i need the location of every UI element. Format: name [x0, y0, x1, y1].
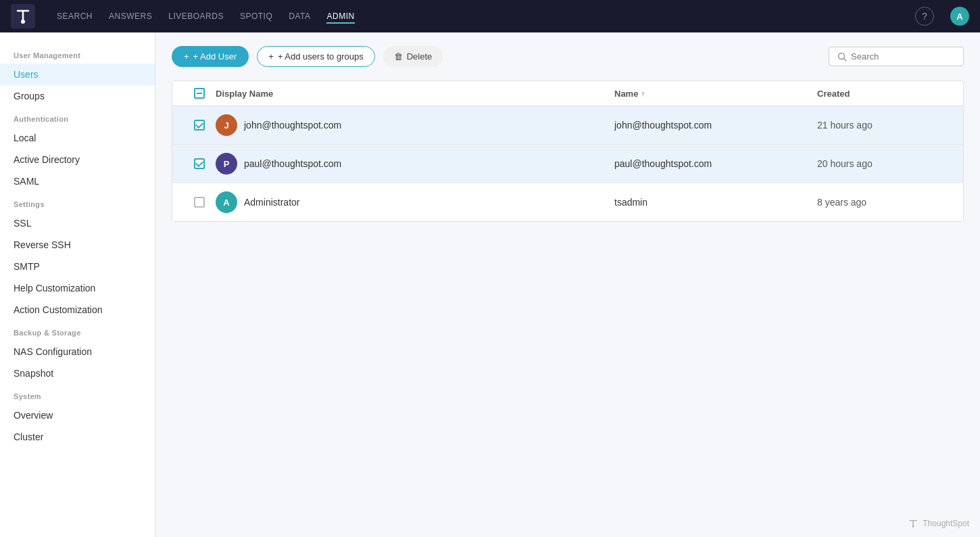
footer-brand: ThoughtSpot: [908, 518, 969, 529]
sidebar-item-groups[interactable]: Groups: [0, 85, 155, 107]
add-user-plus-icon: +: [184, 51, 189, 62]
created-2: 20 hours ago: [817, 158, 952, 169]
sidebar-section-authentication: Authentication: [0, 107, 155, 127]
user-cell-1: J john@thoughtspot.com: [216, 114, 614, 136]
header-name[interactable]: Name ↑: [614, 88, 817, 99]
user-avatar[interactable]: A: [950, 7, 969, 26]
help-button[interactable]: ?: [915, 7, 934, 26]
delete-label: Delete: [407, 51, 433, 62]
display-name-1: john@thoughtspot.com: [244, 120, 341, 131]
footer-logo: [908, 518, 918, 529]
header-created: Created: [817, 88, 952, 99]
nav-data[interactable]: DATA: [289, 9, 310, 24]
select-all-checkbox[interactable]: [183, 88, 216, 99]
logo[interactable]: [11, 4, 35, 28]
add-user-label: + Add User: [193, 51, 237, 62]
nav-liveboards[interactable]: LIVEBOARDS: [168, 9, 224, 24]
main-content: + + Add User + + Add users to groups 🗑 D…: [155, 32, 980, 537]
name-3: tsadmin: [614, 197, 817, 208]
table-row: P paul@thoughtspot.com paul@thoughtspot.…: [172, 145, 963, 183]
delete-button[interactable]: 🗑 Delete: [383, 46, 443, 67]
sidebar-section-system: System: [0, 384, 155, 404]
sidebar: User Management Users Groups Authenticat…: [0, 32, 155, 537]
display-name-2: paul@thoughtspot.com: [244, 158, 341, 169]
avatar-1: J: [216, 114, 237, 136]
sidebar-section-user-management: User Management: [0, 43, 155, 64]
sidebar-item-help-customization[interactable]: Help Customization: [0, 277, 155, 299]
sidebar-item-active-directory[interactable]: Active Directory: [0, 149, 155, 170]
add-user-button[interactable]: + + Add User: [172, 46, 249, 67]
footer-brand-label: ThoughtSpot: [923, 519, 969, 528]
created-1: 21 hours ago: [817, 120, 952, 131]
trash-icon: 🗑: [394, 51, 403, 62]
sidebar-item-local[interactable]: Local: [0, 127, 155, 149]
sidebar-item-snapshot[interactable]: Snapshot: [0, 363, 155, 384]
svg-point-8: [912, 526, 914, 528]
row-checkbox-2[interactable]: [183, 158, 216, 169]
svg-point-3: [21, 20, 25, 24]
sidebar-item-smtp[interactable]: SMTP: [0, 256, 155, 277]
nav-answers[interactable]: ANSWERS: [109, 9, 152, 24]
created-3: 8 years ago: [817, 197, 952, 208]
add-groups-plus-icon: +: [268, 51, 274, 62]
sidebar-section-backup: Backup & Storage: [0, 321, 155, 341]
sidebar-item-nas-configuration[interactable]: NAS Configuration: [0, 341, 155, 363]
table-header: Display Name Name ↑ Created: [172, 81, 963, 106]
sidebar-item-overview[interactable]: Overview: [0, 404, 155, 426]
header-display-name: Display Name: [216, 88, 614, 99]
sidebar-item-reverse-ssh[interactable]: Reverse SSH: [0, 234, 155, 256]
nav-search[interactable]: SEARCH: [57, 9, 93, 24]
user-cell-2: P paul@thoughtspot.com: [216, 153, 614, 174]
add-to-groups-label: + Add users to groups: [278, 51, 364, 62]
nav-spotiq[interactable]: SPOTIQ: [240, 9, 272, 24]
search-input[interactable]: [851, 51, 955, 62]
avatar-3: A: [216, 191, 237, 213]
svg-line-5: [844, 58, 847, 61]
user-cell-3: A Administrator: [216, 191, 614, 213]
name-2: paul@thoughtspot.com: [614, 158, 817, 169]
toolbar: + + Add User + + Add users to groups 🗑 D…: [172, 46, 964, 67]
sidebar-item-action-customization[interactable]: Action Customization: [0, 299, 155, 321]
top-nav: SEARCH ANSWERS LIVEBOARDS SPOTIQ DATA AD…: [0, 0, 980, 32]
sort-asc-icon: ↑: [641, 89, 645, 97]
table-row: A Administrator tsadmin 8 years ago: [172, 183, 963, 221]
sidebar-item-users[interactable]: Users: [0, 64, 155, 85]
sidebar-item-saml[interactable]: SAML: [0, 170, 155, 192]
row-checkbox-1[interactable]: [183, 120, 216, 131]
app-layout: User Management Users Groups Authenticat…: [0, 32, 980, 537]
name-1: john@thoughtspot.com: [614, 120, 817, 131]
add-users-to-groups-button[interactable]: + + Add users to groups: [257, 46, 374, 67]
display-name-3: Administrator: [244, 197, 299, 208]
table-row: J john@thoughtspot.com john@thoughtspot.…: [172, 106, 963, 145]
nav-admin[interactable]: ADMIN: [326, 9, 354, 24]
avatar-2: P: [216, 153, 237, 174]
users-table: Display Name Name ↑ Created J john@thoug…: [172, 80, 964, 222]
sidebar-section-settings: Settings: [0, 192, 155, 212]
sidebar-item-ssl[interactable]: SSL: [0, 212, 155, 234]
search-box: [829, 47, 964, 66]
row-checkbox-3[interactable]: [183, 197, 216, 208]
sidebar-item-cluster[interactable]: Cluster: [0, 426, 155, 448]
search-icon: [837, 52, 847, 62]
